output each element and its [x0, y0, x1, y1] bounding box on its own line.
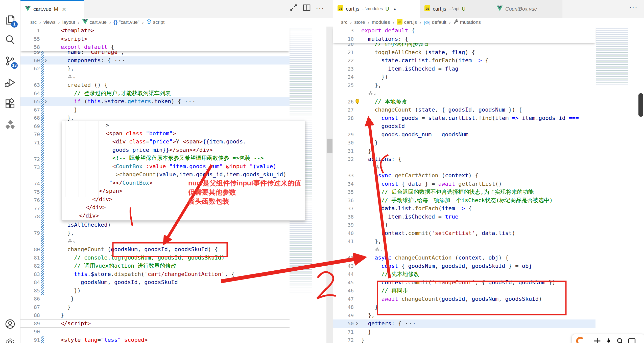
code-row[interactable]: 23 item.isChecked = flag — [333, 65, 595, 73]
tab-cart.vue[interactable]: cart.vueM× — [20, 0, 84, 18]
code-row[interactable]: 10 mutations: { — [333, 35, 595, 43]
breadcrumb-item[interactable]: views — [43, 19, 56, 25]
code-row[interactable]: 55<script> — [20, 35, 290, 43]
code-row[interactable]: 45 context.commit('changeCount', { goods… — [333, 278, 595, 287]
code-row[interactable]: 29 goods.goods_num = goodsNum — [333, 131, 595, 139]
code-row[interactable]: 24 }) — [333, 73, 595, 81]
code-row[interactable]: 41 }, — [333, 237, 595, 246]
code-row[interactable]: > — [62, 121, 305, 130]
code-row[interactable]: 88} — [20, 311, 290, 319]
code-row[interactable]: <CountBox :value="item.goods_num" @input… — [62, 162, 305, 171]
search-icon[interactable] — [0, 30, 20, 49]
breadcrumb-item[interactable]: cart.vue — [82, 19, 107, 26]
breadcrumb-item[interactable]: script — [146, 19, 164, 26]
left-scrollbar[interactable] — [326, 27, 333, 343]
code-row[interactable]: 81 // console.log(goodsNum, goodsId, goo… — [20, 254, 290, 262]
code-row[interactable]: 25 }, — [333, 81, 595, 90]
codelens-row[interactable]: ⌄ — [333, 89, 595, 98]
code-row[interactable]: <span class="bottom"> — [62, 130, 305, 138]
codelens-row[interactable]: ⌄ — [20, 73, 290, 81]
breadcrumb[interactable]: src›store›modules›JScart.js›[⊘]default›m… — [341, 18, 632, 27]
code-row[interactable]: 58export default { — [20, 43, 290, 51]
code-row[interactable]: isAllChecked) — [20, 221, 290, 229]
code-row[interactable]: 31 }, — [333, 147, 595, 155]
code-row[interactable]: 90 — [20, 328, 290, 336]
code-row[interactable]: </div> — [62, 195, 305, 204]
account-icon[interactable] — [0, 314, 20, 334]
code-row[interactable]: 82 // 调用vuex的action 进行数量的修改 — [20, 262, 290, 270]
code-row[interactable]: 85 }) — [20, 287, 290, 295]
open-changes-icon[interactable] — [290, 4, 298, 13]
code-row[interactable]: goods_price_min}}</span></div> — [62, 146, 305, 154]
codelens-row[interactable]: ⌄ — [333, 163, 595, 172]
code-row[interactable]: 43 const { goodsNum, goodsId, goodsSkuId… — [333, 262, 595, 270]
code-row[interactable]: 36 // 手动维护,给每一项添加一个isCheck状态(标记商品是否被选中) — [333, 196, 595, 205]
code-row[interactable]: 22 state.cartList.forEach(item => { — [333, 56, 595, 65]
code-row[interactable]: 28 const goods = state.cartList.find(ite… — [333, 114, 595, 122]
code-row[interactable]: 26 // 本地修改 — [333, 98, 595, 106]
code-row[interactable]: 1<template> — [20, 27, 290, 35]
magnifier-tool-icon[interactable] — [616, 337, 624, 343]
code-row[interactable]: 83 this.$store.dispatch('cart/changeCoun… — [20, 270, 290, 278]
code-row[interactable]: 27 changeCount (state, { goodsId, goodsN… — [333, 106, 595, 114]
code-row[interactable]: 62 }, — [20, 65, 290, 73]
fold-chevron-icon[interactable]: › — [354, 320, 361, 327]
code-row[interactable]: 87 } — [20, 303, 290, 311]
tab-cart.js[interactable]: JScart.js...\modulesU● — [333, 0, 420, 18]
right-code-area[interactable]: 20 // 让小选框同步设置21 toggleAllCheck (state, … — [333, 40, 595, 343]
code-row[interactable]: 48 } — [333, 303, 595, 311]
code-row[interactable]: 37 data.list.forEach(item => { — [333, 204, 595, 213]
editor-group-divider[interactable] — [333, 0, 333, 343]
code-row[interactable]: =>changeCount(value,item.goods_id,item.g… — [62, 170, 305, 179]
code-row[interactable]: <!-- 既希望保留原本形参又希望调用函数传参 =>包装 --> — [62, 154, 305, 162]
code-row[interactable]: 67 } — [20, 106, 290, 114]
breadcrumb-item[interactable]: {}"cart.vue" — [113, 19, 139, 25]
dirty-dot-icon[interactable]: ● — [394, 7, 396, 11]
code-row[interactable]: 72} — [333, 336, 595, 343]
code-row[interactable]: 60› components: { ··· — [20, 56, 290, 65]
code-row[interactable]: 46 // 再同步 — [333, 287, 595, 295]
code-row[interactable]: <div class="price">¥ <span>{{item.goods. — [62, 138, 305, 146]
breadcrumb-item[interactable]: store — [354, 19, 365, 25]
breadcrumb-item[interactable]: modules — [372, 19, 390, 25]
code-row[interactable]: 49 }, — [333, 311, 595, 320]
right-minimap[interactable] — [596, 28, 628, 85]
custom-extension-icon[interactable] — [0, 115, 20, 135]
code-row[interactable]: 65› if (this.$store.getters.token) { ··· — [20, 97, 290, 106]
code-row[interactable]: 86 } — [20, 295, 290, 303]
code-row[interactable]: 21 toggleAllCheck (state, flag) { — [333, 48, 595, 57]
breadcrumb-item[interactable]: src — [341, 19, 347, 25]
code-row[interactable]: 34 const { data } = await getCartList() — [333, 180, 595, 188]
code-row[interactable]: 33 async getCartAction (context) { — [333, 172, 595, 180]
code-row[interactable]: 91<style lang="less" scoped> — [20, 336, 290, 343]
screenshot-toolbar[interactable] — [571, 334, 644, 343]
left-scrollbar-thumb[interactable] — [327, 139, 332, 153]
code-row[interactable]: 32 actions: { — [333, 155, 595, 163]
code-row[interactable]: 50› getters: { ··· — [333, 319, 595, 328]
codelens-row[interactable]: ⌄ — [20, 237, 290, 246]
code-row[interactable]: 63 created () { — [20, 81, 290, 89]
code-row[interactable]: 84 goodsNum, goodsId, goodsSkuId — [20, 278, 290, 287]
codelens-row[interactable]: ⌄ — [333, 246, 595, 254]
more-actions-icon[interactable]: ··· — [316, 5, 324, 12]
code-row[interactable]: 3export default { — [333, 27, 595, 35]
code-row[interactable]: 80 changeCount (goodsNum, goodsId, goods… — [20, 245, 290, 254]
code-row[interactable]: goodsId — [333, 122, 595, 131]
breadcrumb-item[interactable]: layout — [62, 19, 75, 25]
source-control-icon[interactable]: 13 — [0, 51, 20, 71]
code-row[interactable]: 30 } — [333, 139, 595, 147]
more-actions-icon[interactable]: ··· — [629, 4, 638, 11]
code-row[interactable]: 35 // 后台返回的数据不包含选择框的状态,为了实现将来的功能 — [333, 188, 595, 196]
code-row[interactable]: 89</script> — [20, 319, 290, 328]
breadcrumb-item[interactable]: [⊘]default — [424, 19, 446, 25]
pin-tool-icon[interactable] — [594, 337, 601, 343]
code-row[interactable]: </span> — [62, 187, 305, 195]
code-row[interactable]: 44 // 先本地修改 — [333, 270, 595, 278]
code-row[interactable]: 79 }, — [20, 229, 290, 237]
settings-gear-icon[interactable] — [0, 333, 20, 343]
code-row[interactable]: </div> — [62, 212, 305, 220]
lightbulb-icon[interactable] — [354, 99, 361, 104]
run-debug-icon[interactable] — [0, 73, 20, 92]
right-scrollbar-thumb[interactable] — [638, 93, 643, 117]
code-row[interactable]: 40 context.commit('setCartList', data.li… — [333, 229, 595, 238]
